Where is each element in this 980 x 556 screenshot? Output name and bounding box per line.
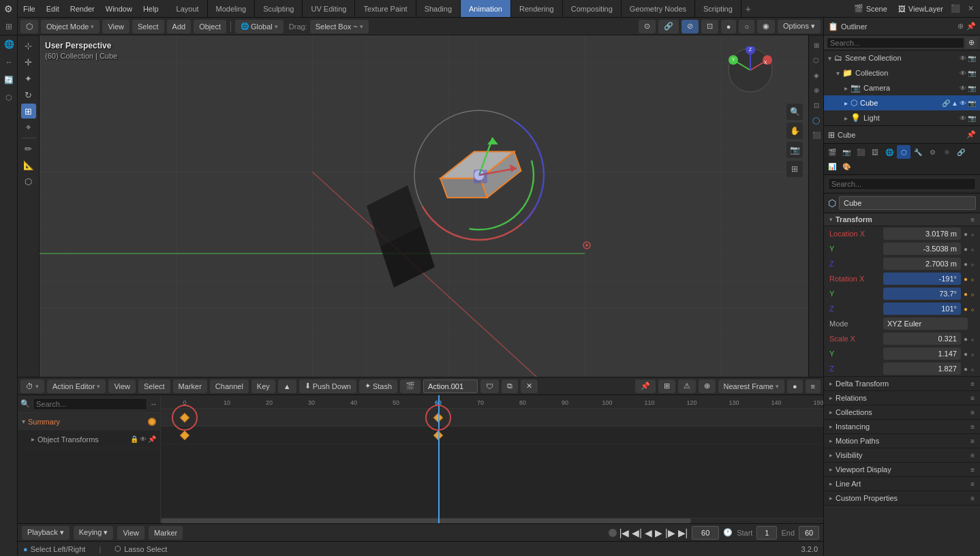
timeline-menu-btn[interactable]: ≡ [806,380,821,393]
scale-z-key[interactable]: ⬦ [970,365,975,373]
motion-paths-section[interactable]: ▸ Motion Paths ≡ [824,434,980,448]
timeline-area[interactable]: 0 10 20 30 40 50 60 70 80 90 100 [161,395,823,523]
move-tool[interactable]: ✦ [21,71,36,86]
track-summary[interactable]: ▾ Summary [18,413,160,431]
xray-btn[interactable]: ⊡ [701,20,718,33]
props-tab-material[interactable]: 🎨 [840,159,853,173]
pin-btn[interactable]: 📌 [635,380,656,393]
tab-rendering[interactable]: Rendering [511,0,563,17]
left-panel-icon-1[interactable]: ⊞ [0,18,18,35]
transform-header[interactable]: ▾ Transform ≡ [824,213,980,226]
overlay-btn[interactable]: ⊘ [682,20,699,33]
props-tab-physics[interactable]: ⚛ [940,145,953,159]
rotation-x-value[interactable]: -191° [883,273,961,285]
hand-pan-icon[interactable]: ✋ [786,123,803,139]
outliner-filter-btn[interactable]: ⊕ [966,37,977,48]
key-btn[interactable]: Key [251,380,275,393]
shading-wire-btn[interactable]: ○ [739,20,754,33]
rotation-y-dot[interactable]: ● [964,290,968,298]
timeline-scrollbar[interactable] [161,518,823,523]
viewport-display-section[interactable]: ▸ Viewport Display ≡ [824,463,980,477]
scale-z-dot[interactable]: ● [964,365,968,373]
shading-solid-btn[interactable]: ● [721,20,737,33]
props-tab-view-layer[interactable]: 🖼 [868,145,882,159]
left-panel-icon-4[interactable]: 🔄 [0,71,18,89]
left-panel-icon-5[interactable]: ⬡ [0,89,18,106]
tab-scripting[interactable]: Scripting [695,0,741,17]
rotation-z-value[interactable]: 101° [883,303,961,315]
track-object-transforms[interactable]: ▸ Object Transforms 🔒 👁 📌 [18,431,160,448]
props-tab-object[interactable]: ⬡ [897,145,910,159]
location-z-key[interactable]: ⬦ [970,260,975,268]
props-tab-world[interactable]: 🌐 [883,145,896,159]
play-btn[interactable]: ▶ [655,527,662,538]
rotation-x-key[interactable]: ⬦ [970,275,975,283]
scale-x-key[interactable]: ⬦ [970,335,975,343]
tab-geometry-nodes[interactable]: Geometry Nodes [622,0,695,17]
proportional-edit-btn[interactable]: ⊙ [639,20,656,33]
summary-row[interactable] [161,409,823,427]
select-tool[interactable]: ⊹ [21,38,36,53]
filter-btn[interactable]: ⊕ [699,380,716,393]
select-timeline-btn[interactable]: Select [138,380,170,393]
tab-texture-paint[interactable]: Texture Paint [355,0,416,17]
mode-dropdown[interactable]: XYZ Euler [883,318,968,330]
scale-x-dot[interactable]: ● [964,335,968,343]
frame-select-btn[interactable]: ⊞ [658,380,675,393]
line-art-section[interactable]: ▸ Line Art ≡ [824,477,980,491]
scene-dropdown[interactable]: 🎬 Scene [848,4,893,13]
tab-compositing[interactable]: Compositing [563,0,622,17]
outliner-pin-icon[interactable]: 📌 [966,22,976,31]
zoom-in-icon[interactable]: 🔍 [786,104,803,120]
left-panel-icon-3[interactable]: ↔ [0,53,18,71]
view-strip-icon-3[interactable]: ◈ [810,68,823,82]
close-btn[interactable]: ✕ [964,2,977,16]
props-tab-scene[interactable]: 🎬 [825,145,839,159]
snap-btn[interactable]: 🔗 [658,20,679,33]
view-btn[interactable]: View [102,20,129,33]
transform-menu-icon[interactable]: ≡ [970,216,975,223]
start-field[interactable]: 1 [756,526,777,540]
relations-section[interactable]: ▸ Relations ≡ [824,391,980,405]
editor-type-btn[interactable]: ⬡ [20,20,38,33]
object-btn[interactable]: Object [194,20,226,33]
object-name-input[interactable] [839,196,976,210]
measure-tool[interactable]: 📐 [21,157,36,172]
menu-render[interactable]: Render [65,0,100,17]
step-back-btn[interactable]: ◀| [632,527,642,538]
collection-item[interactable]: ▾ 📁 Collection 👁 📷 [824,65,980,80]
scale-y-value[interactable]: 1.147 [883,348,961,360]
add-btn[interactable]: Add [167,20,192,33]
rotation-x-dot[interactable]: ● [964,275,968,283]
keyframe-obj-0[interactable] [180,430,189,439]
location-z-dot[interactable]: ● [964,260,968,268]
annotate-tool[interactable]: ✏ [21,141,36,156]
stash-btn[interactable]: ✦ Stash [359,380,397,393]
view-strip-icon-7[interactable]: ⬛ [810,128,823,142]
view-strip-icon-5[interactable]: ⊡ [810,98,823,112]
action-name-field[interactable]: Action.001 [423,380,478,393]
props-tab-render[interactable]: 📷 [840,145,853,159]
menu-file[interactable]: File [18,0,41,17]
props-tab-data[interactable]: 📊 [825,159,839,173]
rotation-z-dot[interactable]: ● [964,305,968,313]
transform-tool[interactable]: ⌖ [21,120,36,135]
timeline-mode-btn[interactable]: Action Editor ▾ [47,380,106,393]
cursor-tool[interactable]: ✛ [21,55,36,70]
tab-animation[interactable]: Animation [461,0,511,17]
visibility-section[interactable]: ▸ Visibility ≡ [824,448,980,463]
scene-collection-item[interactable]: ▾ 🗂 Scene Collection 👁 📷 [824,50,980,65]
menu-help[interactable]: Help [138,0,164,17]
props-tab-particles[interactable]: ⚙ [925,145,939,159]
view-strip-icon-2[interactable]: ⬡ [810,53,823,67]
auto-key-btn[interactable]: ● [787,380,803,393]
view-layer-dropdown[interactable]: 🖼 ViewLayer [893,5,949,13]
light-item[interactable]: ▸ 💡 Light 👁 📷 [824,110,980,125]
outliner-search[interactable] [827,37,964,48]
keyframe-0[interactable] [180,412,189,422]
location-x-key[interactable]: ⬦ [970,230,975,238]
scale-z-value[interactable]: 1.827 [883,362,961,375]
rotation-y-value[interactable]: 73.7° [883,288,961,300]
scale-tool[interactable]: ⊞ [21,104,36,119]
marker-playback-btn[interactable]: Marker [149,526,183,540]
